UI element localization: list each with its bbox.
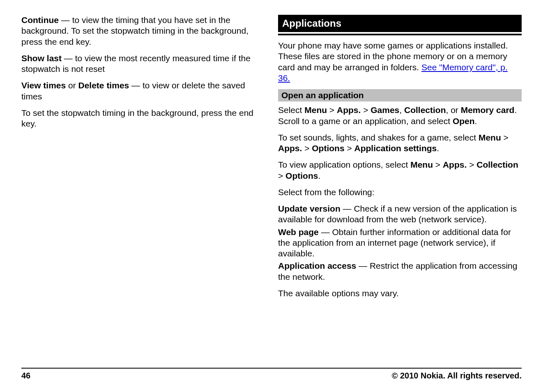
term-update-version: Update version <box>278 204 341 213</box>
item-web-page: Web page — Obtain further information or… <box>278 227 522 259</box>
text-period: . <box>475 116 477 126</box>
paragraph-select-from: Select from the following: <box>278 187 522 198</box>
manual-page: Continue — to view the timing that you h… <box>0 0 543 392</box>
sep: , <box>399 105 404 115</box>
sep: > <box>361 105 370 115</box>
menu-path-games: Games <box>370 105 399 115</box>
paragraph-app-settings: To set sounds, lights, and shakes for a … <box>278 132 522 154</box>
item-application-access: Application access — Restrict the applic… <box>278 261 522 282</box>
sub-header-open-application: Open an application <box>278 89 522 101</box>
two-column-layout: Continue — to view the timing that you h… <box>21 15 522 363</box>
item-view-delete-times: View times or Delete times — to view or … <box>21 80 265 102</box>
sep: > <box>278 171 285 180</box>
sep: , or <box>446 105 460 115</box>
page-number: 46 <box>21 371 30 380</box>
text-select: Select <box>278 105 304 115</box>
menu-path-apps: Apps. <box>337 105 361 115</box>
menu-path-apps: Apps. <box>278 143 302 153</box>
section-header-applications: Applications <box>278 15 522 34</box>
paragraph-background-timing: To set the stopwatch timing in the backg… <box>21 108 265 129</box>
menu-path-apps: Apps. <box>443 160 467 169</box>
text-period: . <box>318 171 320 180</box>
term-application-access: Application access <box>278 261 356 270</box>
paragraph-apps-intro: Your phone may have some games or applic… <box>278 40 522 83</box>
paragraph-open-app: Select Menu > Apps. > Games, Collection,… <box>278 105 522 127</box>
item-continue: Continue — to view the timing that you h… <box>21 15 265 47</box>
text-set-sounds: To set sounds, lights, and shakes for a … <box>278 133 479 142</box>
item-update-version: Update version — Check if a new version … <box>278 203 522 225</box>
sep: > <box>501 133 508 142</box>
item-show-last: Show last — to view the most recently me… <box>21 53 265 75</box>
sep: > <box>433 160 443 169</box>
left-column: Continue — to view the timing that you h… <box>21 15 265 363</box>
page-footer: 46 © 2010 Nokia. All rights reserved. <box>21 368 522 380</box>
menu-path-collection: Collection <box>476 160 518 169</box>
menu-path-options: Options <box>312 143 344 153</box>
menu-path-options: Options <box>285 171 318 180</box>
term-show-last: Show last <box>21 53 62 63</box>
sep: > <box>302 143 312 153</box>
text-period: . <box>437 143 439 153</box>
menu-path-memory-card: Memory card <box>461 105 515 115</box>
term-view-times: View times <box>21 81 66 90</box>
paragraph-options-vary: The available options may vary. <box>278 288 522 299</box>
menu-path-menu: Menu <box>479 133 501 142</box>
term-continue: Continue <box>21 15 59 25</box>
text-view-options: To view application options, select <box>278 160 410 169</box>
menu-path-menu: Menu <box>304 105 327 115</box>
sep: > <box>345 143 354 153</box>
text-or: or <box>66 81 78 90</box>
copyright-text: © 2010 Nokia. All rights reserved. <box>392 371 522 380</box>
sep: > <box>467 160 476 169</box>
menu-path-menu: Menu <box>410 160 433 169</box>
paragraph-app-options: To view application options, select Menu… <box>278 159 522 181</box>
menu-path-collection: Collection <box>404 105 446 115</box>
term-delete-times: Delete times <box>78 81 129 90</box>
sep: > <box>327 105 337 115</box>
menu-path-open: Open <box>453 116 475 126</box>
menu-path-application-settings: Application settings <box>354 143 437 153</box>
term-web-page: Web page <box>278 227 319 237</box>
right-column: Applications Your phone may have some ga… <box>278 15 522 363</box>
